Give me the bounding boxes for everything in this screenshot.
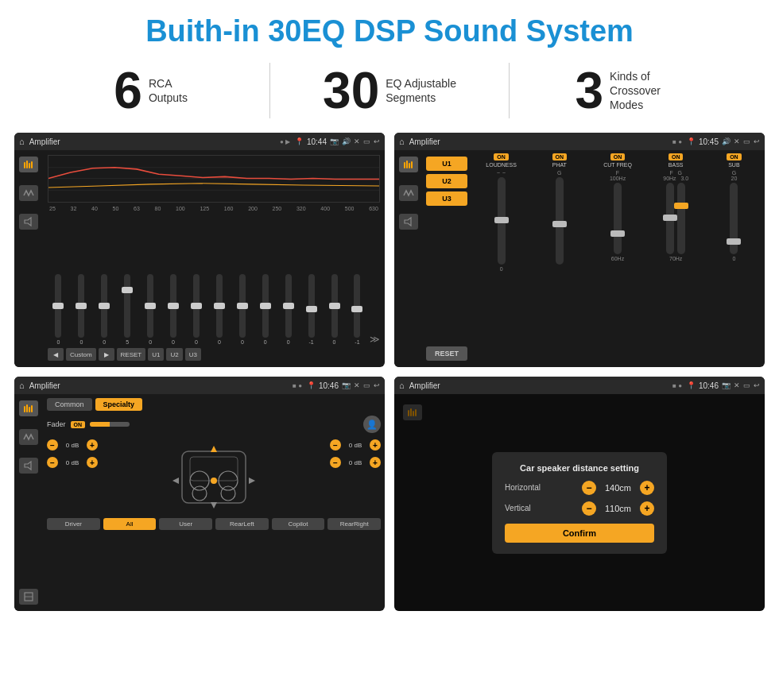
- expand-arrows[interactable]: ≫: [370, 334, 380, 345]
- close-icon-3[interactable]: ✕: [354, 381, 360, 389]
- slider-track-12[interactable]: [331, 274, 338, 338]
- plus-btn-bl[interactable]: +: [87, 457, 98, 468]
- bass-thumb-g[interactable]: [674, 203, 688, 209]
- slider-track-2[interactable]: [101, 274, 107, 338]
- close-icon-2[interactable]: ✕: [734, 137, 740, 145]
- slider-thumb-3[interactable]: [122, 287, 133, 293]
- phat-on[interactable]: ON: [552, 153, 568, 160]
- slider-thumb-11[interactable]: [306, 306, 317, 312]
- loudness-slider[interactable]: [498, 177, 506, 265]
- minus-btn-tr[interactable]: −: [330, 439, 341, 451]
- preset-reset-btn[interactable]: RESET: [426, 346, 467, 361]
- bass-slider-f[interactable]: [666, 183, 674, 254]
- slider-track-13[interactable]: [354, 274, 360, 338]
- eq-u1-btn[interactable]: U1: [148, 348, 164, 361]
- close-icon[interactable]: ✕: [354, 137, 360, 145]
- back-icon-3[interactable]: ↩: [374, 381, 380, 389]
- slider-thumb-5[interactable]: [168, 303, 179, 309]
- eq-u2-btn[interactable]: U2: [166, 348, 182, 361]
- slider-track-5[interactable]: [170, 274, 176, 338]
- phat-slider[interactable]: [556, 177, 564, 265]
- eq-prev-btn[interactable]: ◀: [48, 348, 64, 361]
- slider-track-11[interactable]: [308, 274, 315, 338]
- plus-btn-br[interactable]: +: [370, 457, 381, 468]
- home-icon-3[interactable]: ⌂: [19, 381, 25, 390]
- cutfreq-on[interactable]: ON: [610, 153, 626, 160]
- slider-thumb-7[interactable]: [214, 303, 225, 309]
- home-icon-2[interactable]: ⌂: [399, 137, 405, 146]
- slider-track-9[interactable]: [262, 274, 269, 338]
- btn-copilot-3[interactable]: Copilot: [272, 518, 325, 530]
- slider-thumb-4[interactable]: [145, 303, 156, 309]
- confirm-button[interactable]: Confirm: [505, 524, 654, 543]
- btn-rearright-3[interactable]: RearRight: [327, 518, 381, 530]
- minus-btn-bl[interactable]: −: [47, 457, 58, 468]
- slider-thumb-2[interactable]: [99, 303, 110, 309]
- tab-specialty-3[interactable]: Specialty: [95, 398, 143, 411]
- slider-thumb-13[interactable]: [351, 306, 362, 312]
- sidebar2-eq-icon[interactable]: [399, 157, 418, 172]
- sidebar2-wave-icon[interactable]: [399, 185, 418, 201]
- slider-thumb-8[interactable]: [237, 303, 248, 309]
- bass-slider-g[interactable]: [677, 183, 685, 254]
- horizontal-plus-btn[interactable]: +: [640, 481, 654, 495]
- minus-btn-br[interactable]: −: [330, 457, 341, 468]
- back-icon-2[interactable]: ↩: [754, 137, 760, 145]
- back-icon-4[interactable]: ↩: [754, 381, 760, 389]
- btn-driver-3[interactable]: Driver: [47, 518, 100, 530]
- slider-track-4[interactable]: [147, 274, 153, 338]
- slider-thumb-10[interactable]: [283, 303, 294, 309]
- sidebar3-eq-icon[interactable]: [19, 400, 38, 416]
- fader-slider[interactable]: [90, 422, 130, 427]
- sidebar-wave-icon[interactable]: [19, 185, 38, 201]
- sidebar3-speaker-icon[interactable]: [19, 458, 38, 474]
- sub-on[interactable]: ON: [727, 153, 742, 160]
- slider-thumb-6[interactable]: [191, 303, 202, 309]
- fader-on-badge[interactable]: ON: [71, 421, 86, 428]
- vertical-plus-btn[interactable]: +: [640, 501, 654, 516]
- cutfreq-thumb[interactable]: [610, 230, 625, 237]
- loudness-on[interactable]: ON: [494, 153, 509, 160]
- window-icon-2[interactable]: ▭: [743, 137, 750, 145]
- slider-thumb-0[interactable]: [52, 303, 64, 309]
- loudness-thumb[interactable]: [494, 217, 509, 223]
- slider-track-8[interactable]: [239, 274, 246, 338]
- sidebar-eq-icon[interactable]: [19, 157, 38, 172]
- window-icon[interactable]: ▭: [363, 137, 370, 145]
- window-icon-4[interactable]: ▭: [743, 381, 750, 389]
- btn-rearleft-3[interactable]: RearLeft: [215, 518, 269, 530]
- sidebar-speaker-icon[interactable]: [19, 214, 38, 230]
- slider-thumb-9[interactable]: [260, 303, 271, 309]
- eq-u3-btn[interactable]: U3: [185, 348, 201, 361]
- preset-u3-btn[interactable]: U3: [426, 191, 467, 206]
- bass-on[interactable]: ON: [669, 153, 684, 160]
- home-icon-4[interactable]: ⌂: [399, 381, 405, 390]
- slider-track-0[interactable]: [55, 274, 61, 338]
- minus-btn-tl[interactable]: −: [47, 439, 58, 451]
- sidebar3-resize-icon[interactable]: [19, 589, 38, 605]
- slider-thumb-1[interactable]: [76, 303, 87, 309]
- sidebar2-speaker-icon[interactable]: [399, 214, 418, 230]
- window-icon-3[interactable]: ▭: [363, 381, 370, 389]
- slider-track-7[interactable]: [216, 274, 223, 338]
- plus-btn-tr[interactable]: +: [370, 439, 381, 451]
- btn-all-3[interactable]: All: [103, 518, 157, 530]
- plus-btn-tl[interactable]: +: [87, 439, 98, 451]
- preset-u2-btn[interactable]: U2: [426, 174, 467, 188]
- back-icon[interactable]: ↩: [374, 137, 380, 145]
- slider-thumb-12[interactable]: [329, 303, 340, 309]
- slider-track-3[interactable]: [124, 274, 130, 338]
- tab-common-3[interactable]: Common: [47, 398, 92, 411]
- preset-u1-btn[interactable]: U1: [426, 157, 467, 171]
- home-icon[interactable]: ⌂: [19, 137, 25, 146]
- slider-track-6[interactable]: [193, 274, 200, 338]
- eq-reset-btn[interactable]: RESET: [117, 348, 146, 361]
- sidebar3-wave-icon[interactable]: [19, 429, 38, 445]
- phat-thumb[interactable]: [552, 221, 567, 227]
- cutfreq-slider[interactable]: [614, 183, 622, 254]
- slider-track-10[interactable]: [285, 274, 292, 338]
- btn-user-3[interactable]: User: [159, 518, 212, 530]
- eq-next-btn[interactable]: ▶: [99, 348, 114, 361]
- vertical-minus-btn[interactable]: −: [582, 501, 596, 516]
- bass-thumb-f[interactable]: [663, 215, 677, 221]
